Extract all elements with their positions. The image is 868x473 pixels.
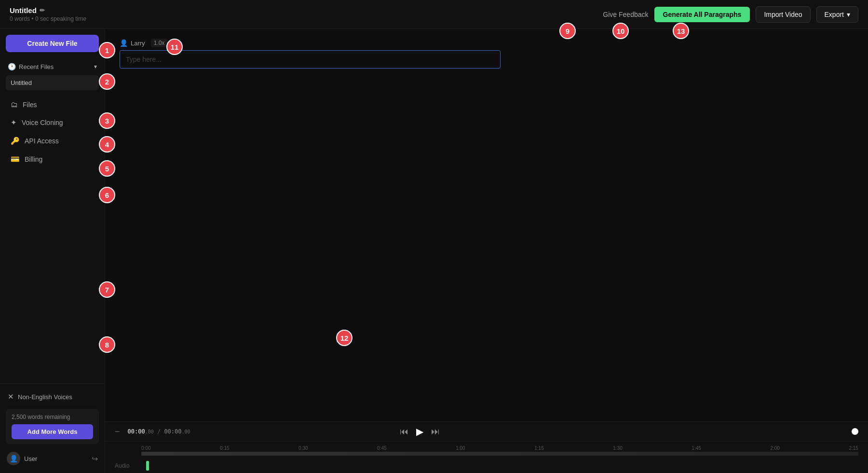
paragraph-block: 👤 Larry 1.0x xyxy=(120,39,854,69)
rewind-button[interactable]: ⏮ xyxy=(400,427,408,437)
export-button[interactable]: Export ▾ xyxy=(816,6,858,23)
avatar: 👤 xyxy=(7,452,20,465)
time-display: 00:00.00 / 00:00.00 xyxy=(128,428,190,435)
words-remaining-text: 2,500 words remaining xyxy=(12,414,93,420)
billing-icon: 💳 xyxy=(11,155,20,164)
generate-all-paragraphs-button[interactable]: Generate All Paragraphs xyxy=(654,7,750,22)
voice-clone-icon: ✦ xyxy=(11,118,17,127)
paragraph-header: 👤 Larry 1.0x xyxy=(120,39,854,47)
content-area: 👤 Larry 1.0x − 00:00.00 / 00:0 xyxy=(105,29,868,473)
key-icon: 🔑 xyxy=(11,137,20,145)
ruler-label-5: 1:15 xyxy=(534,445,543,451)
editor-area: 👤 Larry 1.0x xyxy=(105,29,868,421)
topbar-right: Give Feedback Generate All Paragraphs Im… xyxy=(603,6,858,23)
voice-selector[interactable]: 👤 Larry xyxy=(120,39,145,47)
sidebar-item-voice-cloning[interactable]: ✦ Voice Cloning xyxy=(6,114,99,131)
recent-files-label: Recent Files xyxy=(19,63,54,70)
create-new-file-button[interactable]: Create New File xyxy=(6,35,99,52)
minus-icon[interactable]: − xyxy=(115,427,120,437)
ruler-label-9: 2:15 xyxy=(849,445,858,451)
audio-track-label: Audio xyxy=(115,462,141,469)
ruler-label-0: 0:00 xyxy=(141,445,150,451)
time-ms-current: .00 xyxy=(145,429,154,434)
topbar-left: Untitled ✏ 0 words • 0 sec speaking time xyxy=(10,6,86,22)
edit-title-icon[interactable]: ✏ xyxy=(40,7,45,14)
sidebar-item-billing[interactable]: 💳 Billing xyxy=(6,151,99,168)
volume-dot[interactable] xyxy=(852,428,858,435)
document-subtitle: 0 words • 0 sec speaking time xyxy=(10,15,86,22)
sidebar-nav: 🗂 Files ✦ Voice Cloning 🔑 API Access 💳 B… xyxy=(6,96,99,168)
time-ms-total: .00 xyxy=(182,429,190,434)
give-feedback-button[interactable]: Give Feedback xyxy=(603,11,648,18)
ruler-label-8: 2:00 xyxy=(770,445,779,451)
voice-name: Larry xyxy=(131,40,145,47)
document-title-area: Untitled ✏ xyxy=(10,6,86,14)
time-separator: / xyxy=(157,428,164,435)
recent-file-item[interactable]: Untitled xyxy=(6,75,99,90)
time-current: 00:00 xyxy=(128,428,145,435)
paragraph-text-input[interactable] xyxy=(120,50,501,69)
clock-icon: 🕐 xyxy=(8,63,16,70)
non-english-voices-item[interactable]: ✕ Non-English Voices xyxy=(6,390,99,404)
recent-files-section[interactable]: 🕐 Recent Files ▾ xyxy=(6,60,99,73)
audio-marker xyxy=(146,461,149,471)
export-chevron-icon: ▾ xyxy=(847,11,850,18)
play-button[interactable]: ▶ xyxy=(416,426,423,437)
sidebar-item-api-access[interactable]: 🔑 API Access xyxy=(6,132,99,150)
ruler-label-1: 0:15 xyxy=(220,445,229,451)
sidebar-billing-label: Billing xyxy=(25,155,42,163)
time-total: 00:00 xyxy=(164,428,181,435)
ruler-label-4: 1:00 xyxy=(456,445,465,451)
speed-selector[interactable]: 1.0x xyxy=(151,39,168,47)
ruler-label-7: 1:45 xyxy=(692,445,701,451)
user-name: User xyxy=(24,455,37,462)
sidebar-files-label: Files xyxy=(23,101,37,109)
non-english-label: Non-English Voices xyxy=(18,393,72,401)
folder-icon: 🗂 xyxy=(11,100,18,109)
recent-file-name: Untitled xyxy=(11,79,32,86)
forward-button[interactable]: ⏭ xyxy=(431,427,440,437)
document-title: Untitled xyxy=(10,6,37,14)
sidebar: Create New File 🕐 Recent Files ▾ Untitle… xyxy=(0,29,105,473)
sidebar-voice-cloning-label: Voice Cloning xyxy=(22,119,63,126)
recent-files-chevron-icon: ▾ xyxy=(94,63,97,70)
ruler-label-3: 0:45 xyxy=(377,445,386,451)
playback-buttons: ⏮ ▶ ⏭ xyxy=(400,426,440,437)
ruler-label-2: 0:30 xyxy=(298,445,308,451)
sidebar-user: 👤 User ↪ xyxy=(6,450,99,467)
playback-controls: − 00:00.00 / 00:00.00 ⏮ ▶ ⏭ xyxy=(105,422,868,442)
timeline-ruler: 0:00 0:15 0:30 0:45 1:00 1:15 1:30 1:45 … xyxy=(105,442,868,459)
ruler-marks: 0:00 0:15 0:30 0:45 1:00 1:15 1:30 1:45 … xyxy=(105,442,868,451)
person-icon: 👤 xyxy=(120,39,128,47)
sidebar-item-files[interactable]: 🗂 Files xyxy=(6,96,99,113)
volume-control xyxy=(852,428,858,435)
user-info: 👤 User xyxy=(7,452,37,465)
timeline-audio-row: Audio xyxy=(105,459,868,473)
translate-icon: ✕ xyxy=(8,392,14,401)
logout-icon[interactable]: ↪ xyxy=(92,454,98,463)
add-more-words-button[interactable]: Add More Words xyxy=(12,424,93,439)
topbar: Untitled ✏ 0 words • 0 sec speaking time… xyxy=(0,0,868,29)
timeline-bar: − 00:00.00 / 00:00.00 ⏮ ▶ ⏭ xyxy=(105,421,868,473)
sidebar-api-label: API Access xyxy=(25,137,59,145)
sidebar-bottom: ✕ Non-English Voices 2,500 words remaini… xyxy=(0,383,105,473)
export-label: Export xyxy=(825,11,844,18)
words-remaining-box: 2,500 words remaining Add More Words xyxy=(6,409,99,444)
import-video-button[interactable]: Import Video xyxy=(756,6,810,23)
ruler-label-6: 1:30 xyxy=(613,445,622,451)
